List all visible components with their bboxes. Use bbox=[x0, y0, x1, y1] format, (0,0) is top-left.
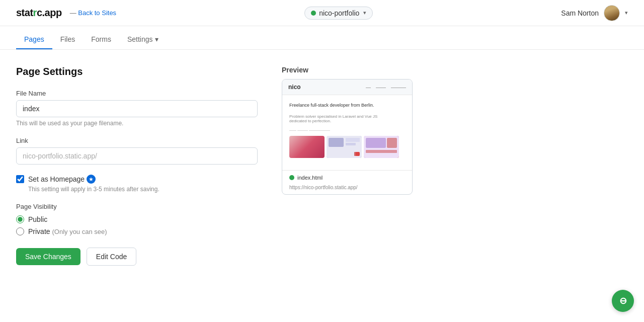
site-selector[interactable]: nico-portfolio ▾ bbox=[304, 7, 373, 20]
save-changes-button[interactable]: Save Changes bbox=[16, 248, 80, 265]
preview-title: Preview bbox=[282, 66, 413, 74]
link-group: Link bbox=[16, 137, 258, 165]
header-right: Sam Norton ▾ bbox=[561, 5, 628, 21]
homepage-checkbox-row: Set as Homepage ★ bbox=[16, 175, 258, 184]
file-name-hint: This will be used as your page filename. bbox=[16, 120, 258, 127]
svg-rect-6 bbox=[366, 138, 386, 148]
file-name-input[interactable] bbox=[16, 100, 258, 117]
preview-browser-bar: nico — —— ——— bbox=[282, 79, 412, 95]
file-name-group: File Name This will be used as your page… bbox=[16, 90, 258, 127]
tab-settings[interactable]: Settings ▾ bbox=[119, 30, 167, 49]
preview-status-dot bbox=[289, 175, 294, 180]
tab-pages[interactable]: Pages bbox=[16, 30, 52, 49]
link-label: Link bbox=[16, 137, 258, 144]
logo-accent: r bbox=[33, 7, 37, 18]
user-name: Sam Norton bbox=[561, 9, 599, 17]
nav-tabs: Pages Files Forms Settings ▾ bbox=[0, 30, 644, 50]
user-menu-chevron: ▾ bbox=[625, 10, 628, 16]
preview-hero-text: Freelance full-stack developer from Berl… bbox=[289, 102, 405, 109]
preview-thumbnails bbox=[289, 136, 405, 158]
preview-nav-item-1: — bbox=[366, 85, 371, 90]
svg-rect-4 bbox=[354, 152, 359, 156]
button-row: Save Changes Edit Code bbox=[16, 248, 258, 266]
thumb-2-svg bbox=[327, 136, 362, 158]
visibility-group: Page Visibility Public Private (Only you… bbox=[16, 203, 258, 235]
preview-content-area: Freelance full-stack developer from Berl… bbox=[282, 95, 412, 170]
edit-code-button[interactable]: Edit Code bbox=[87, 248, 136, 266]
logo-area: statrc.app Back to Sites bbox=[16, 7, 116, 19]
preview-card: nico — —— ——— Freelance full-stack devel… bbox=[282, 79, 413, 195]
preview-sub-text: Problem solver specialised in Laravel an… bbox=[289, 114, 405, 123]
preview-thumb-2 bbox=[327, 136, 362, 158]
preview-site-name: nico bbox=[288, 84, 301, 91]
header-center: nico-portfolio ▾ bbox=[116, 7, 561, 20]
preview-url: https://nico-portfolio.static.app/ bbox=[282, 185, 412, 194]
site-selector-chevron: ▾ bbox=[363, 10, 366, 16]
site-status-dot bbox=[311, 11, 316, 16]
main-content: Page Settings File Name This will be use… bbox=[0, 50, 553, 282]
radio-private[interactable] bbox=[16, 227, 24, 235]
preview-thumb-1 bbox=[289, 136, 325, 158]
header: statrc.app Back to Sites nico-portfolio … bbox=[0, 0, 644, 26]
settings-chevron: ▾ bbox=[155, 35, 158, 43]
tab-files[interactable]: Files bbox=[52, 30, 84, 49]
page-title: Page Settings bbox=[16, 66, 258, 77]
preview-thumb-3 bbox=[364, 136, 399, 158]
star-badge: ★ bbox=[87, 175, 96, 184]
svg-rect-2 bbox=[346, 138, 360, 142]
file-name-label: File Name bbox=[16, 90, 258, 97]
back-to-sites-link[interactable]: Back to Sites bbox=[70, 9, 117, 17]
svg-rect-1 bbox=[329, 138, 344, 147]
homepage-label: Set as Homepage ★ bbox=[28, 175, 96, 184]
radio-private-label: Private (Only you can see) bbox=[28, 227, 107, 235]
avatar-image bbox=[604, 6, 619, 21]
preview-nav-item-2: —— bbox=[376, 85, 386, 90]
homepage-group: Set as Homepage ★ This setting will appl… bbox=[16, 175, 258, 193]
homepage-checkbox[interactable] bbox=[16, 175, 24, 183]
svg-rect-8 bbox=[387, 138, 397, 148]
app-logo[interactable]: statrc.app bbox=[16, 7, 62, 19]
radio-public-label: Public bbox=[28, 215, 47, 223]
visibility-label: Page Visibility bbox=[16, 203, 258, 210]
preview-footer: index.html bbox=[282, 170, 412, 185]
svg-rect-7 bbox=[366, 150, 397, 153]
homepage-hint: This setting will apply in 3-5 minutes a… bbox=[28, 186, 258, 193]
radio-private-row: Private (Only you can see) bbox=[16, 227, 258, 235]
svg-rect-3 bbox=[346, 143, 356, 145]
preview-browser-nav: — —— ——— bbox=[366, 85, 406, 90]
thumb-3-svg bbox=[364, 136, 399, 158]
left-panel: Page Settings File Name This will be use… bbox=[16, 66, 258, 266]
link-input[interactable] bbox=[16, 147, 258, 165]
preview-filename: index.html bbox=[297, 175, 323, 181]
radio-public-row: Public bbox=[16, 215, 258, 223]
preview-cta-text: —— ——— —————— bbox=[289, 128, 405, 132]
radio-public[interactable] bbox=[16, 215, 24, 223]
tab-forms[interactable]: Forms bbox=[83, 30, 119, 49]
preview-panel: Preview nico — —— ——— Freelance full-sta… bbox=[282, 66, 413, 266]
preview-nav-item-3: ——— bbox=[391, 85, 406, 90]
avatar[interactable] bbox=[604, 5, 620, 21]
radio-private-sub: (Only you can see) bbox=[52, 228, 107, 235]
site-name: nico-portfolio bbox=[319, 9, 359, 17]
